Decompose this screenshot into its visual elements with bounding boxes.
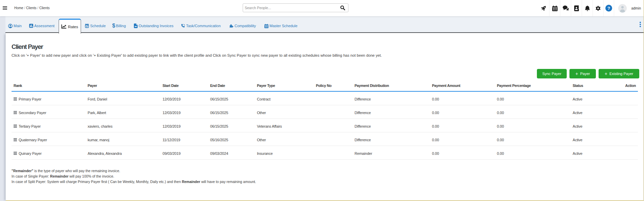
svg-text:?: ? bbox=[607, 6, 610, 11]
